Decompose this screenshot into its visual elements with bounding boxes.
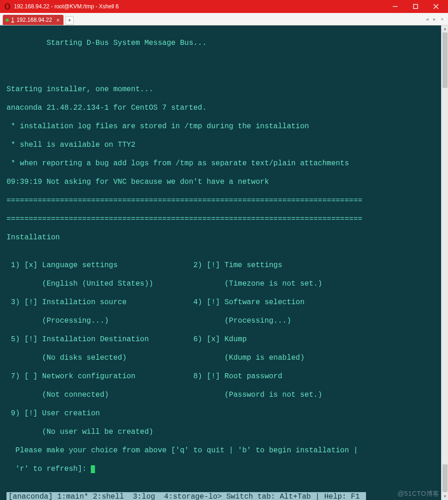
terminal-line: 3) [!] Installation source 4) [!] Softwa… bbox=[6, 298, 448, 307]
terminal-line: 5) [!] Installation Destination 6) [x] K… bbox=[6, 335, 448, 344]
terminal-line: * shell is available on TTY2 bbox=[6, 140, 448, 150]
tab-scroll-left-icon[interactable]: ◄ bbox=[424, 15, 430, 23]
window-titlebar: 192.168.94.22 - root@KVM:/tmp - Xshell 6 bbox=[0, 0, 448, 13]
terminal-line: (No disks selected) (Kdump is enabled) bbox=[6, 353, 448, 362]
tab-label: 192.168.94.22 bbox=[17, 17, 52, 23]
terminal-line: Please make your choice from above ['q' … bbox=[6, 446, 448, 455]
terminal-line: (Processing...) (Processing...) bbox=[6, 316, 448, 325]
terminal-status-text: [anaconda] 1:main* 2:shell 3:log 4:stora… bbox=[6, 492, 366, 500]
tab-scroll-right-icon[interactable]: ► bbox=[431, 15, 438, 23]
terminal-line: ========================================… bbox=[6, 196, 448, 205]
terminal-line: * when reporting a bug add logs from /tm… bbox=[6, 159, 448, 168]
terminal-line: Installation bbox=[6, 233, 448, 242]
app-logo-icon bbox=[4, 3, 11, 10]
terminal-line: 09:39:19 Not asking for VNC because we d… bbox=[6, 177, 448, 187]
vertical-scrollbar[interactable]: ▲ ▼ bbox=[441, 25, 448, 500]
tab-dropdown-icon[interactable]: ▾ bbox=[439, 15, 445, 23]
shield-icon bbox=[434, 101, 447, 114]
terminal-line: 1) [x] Language settings 2) [!] Time set… bbox=[6, 261, 448, 270]
scroll-down-icon[interactable]: ▼ bbox=[442, 493, 448, 500]
terminal-line: Starting D-Bus System Message Bus... bbox=[6, 38, 448, 48]
terminal-line: * installation log files are stored in /… bbox=[6, 122, 448, 131]
terminal[interactable]: Starting D-Bus System Message Bus... Sta… bbox=[0, 25, 448, 500]
terminal-status-line: [anaconda] 1:main* 2:shell 3:log 4:stora… bbox=[6, 492, 448, 500]
tab-bar: 1 192.168.94.22 × + ◄ ► ▾ bbox=[0, 13, 448, 25]
tab-index: 1 bbox=[11, 17, 14, 23]
close-button[interactable] bbox=[426, 0, 446, 13]
window-title: 192.168.94.22 - root@KVM:/tmp - Xshell 6 bbox=[14, 3, 385, 10]
terminal-prompt-text: 'r' to refresh]: bbox=[6, 465, 91, 473]
add-tab-button[interactable]: + bbox=[65, 16, 74, 25]
terminal-line: Starting installer, one moment... bbox=[6, 85, 448, 94]
terminal-line: 7) [ ] Network configuration 8) [!] Root… bbox=[6, 372, 448, 381]
scrollbar-thumb[interactable] bbox=[442, 32, 448, 88]
terminal-prompt-line: 'r' to refresh]: bbox=[6, 464, 448, 474]
terminal-line: ========================================… bbox=[6, 214, 448, 224]
terminal-line: (No user will be created) bbox=[6, 427, 448, 437]
tab-nav-arrows: ◄ ► ▾ bbox=[424, 15, 445, 23]
terminal-line: 9) [!] User creation bbox=[6, 409, 448, 418]
tab-close-icon[interactable]: × bbox=[56, 17, 60, 23]
session-tab[interactable]: 1 192.168.94.22 × bbox=[3, 15, 63, 25]
scroll-up-icon[interactable]: ▲ bbox=[442, 25, 448, 32]
connection-status-icon bbox=[6, 19, 9, 22]
watermark: @51CTO博客 bbox=[398, 489, 440, 498]
scrollbar-thumb[interactable] bbox=[442, 464, 448, 492]
terminal-line: (English (United States)) (Timezone is n… bbox=[6, 279, 448, 288]
terminal-line: (Not connected) (Password is not set.) bbox=[6, 390, 448, 400]
cursor-icon bbox=[91, 465, 95, 473]
maximize-button[interactable] bbox=[405, 0, 426, 13]
minimize-button[interactable] bbox=[385, 0, 405, 13]
svg-rect-1 bbox=[414, 5, 418, 9]
terminal-line: anaconda 21.48.22.134-1 for CentOS 7 sta… bbox=[6, 103, 448, 112]
